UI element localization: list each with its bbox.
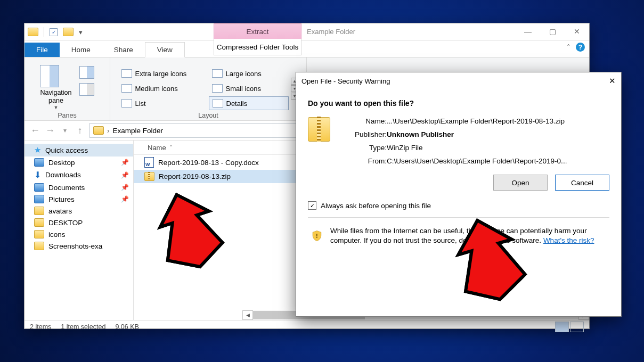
tab-home[interactable]: Home: [60, 43, 102, 57]
preview-pane-icon[interactable]: [79, 66, 94, 79]
folder-icon: [93, 126, 104, 135]
pin-icon: 📌: [121, 159, 129, 166]
always-ask-row[interactable]: ✓ Always ask before opening this file: [308, 199, 609, 218]
pin-icon: 📌: [121, 171, 129, 179]
nav-downloads[interactable]: ⬇Downloads📌: [25, 168, 133, 182]
ribbon-group-layout: Extra large icons Large icons Medium ico…: [110, 57, 307, 120]
layout-details[interactable]: Details: [209, 96, 289, 110]
pictures-icon: [34, 195, 44, 203]
close-button[interactable]: ✕: [565, 23, 589, 39]
value-name: ...\User\Desktop\Example Folder\Report-2…: [387, 117, 567, 125]
forward-button[interactable]: →: [45, 125, 55, 136]
properties-checkbox-icon[interactable]: ✓: [50, 28, 58, 36]
ribbon-group-panes: Navigation pane ▼ Panes: [25, 57, 110, 120]
back-button[interactable]: ←: [30, 125, 40, 136]
nav-desktop[interactable]: Desktop📌: [25, 157, 133, 168]
nav-desktop2[interactable]: DESKTOP: [25, 217, 133, 228]
desktop-icon: [34, 158, 44, 167]
view-mode-buttons: [555, 322, 584, 332]
pin-icon: 📌: [121, 184, 129, 191]
status-selection: 1 item selected: [61, 323, 105, 331]
window-controls: — ▢ ✕: [516, 23, 589, 39]
always-ask-label: Always ask before opening this file: [321, 202, 431, 210]
cancel-button[interactable]: Cancel: [555, 175, 609, 191]
zip-archive-icon: [144, 172, 154, 181]
nav-pictures[interactable]: Pictures📌: [25, 193, 133, 205]
status-bar: 2 items 1 item selected 9.06 KB: [25, 320, 589, 333]
close-icon[interactable]: ✕: [609, 76, 616, 86]
contextual-tab-group: Extract Compressed Folder Tools: [214, 23, 301, 55]
collapse-ribbon-icon[interactable]: ˄: [567, 43, 570, 51]
nav-quick-access[interactable]: ★Quick access: [25, 144, 133, 157]
folder-icon: [34, 242, 44, 250]
layout-options: Extra large icons Large icons Medium ico…: [118, 67, 289, 110]
navigation-pane-label: Navigation pane: [40, 89, 71, 105]
maximize-button[interactable]: ▢: [540, 23, 565, 39]
folder-icon: [34, 207, 44, 215]
layout-large-icons[interactable]: Large icons: [209, 67, 289, 80]
folder-icon: [34, 230, 44, 238]
nav-documents[interactable]: Documents📌: [25, 182, 133, 193]
history-dropdown-icon[interactable]: ▾: [60, 125, 70, 136]
dialog-title: Open File - Security Warning: [301, 77, 390, 85]
navigation-tree: ★Quick access Desktop📌 ⬇Downloads📌 Docum…: [25, 141, 134, 320]
value-type: WinZip File: [387, 144, 567, 152]
nav-screenshots[interactable]: Screenshots-exa: [25, 240, 133, 252]
minimize-button[interactable]: —: [516, 23, 540, 39]
up-button[interactable]: ↑: [75, 125, 85, 136]
breadcrumb-item[interactable]: Example Folder: [113, 127, 164, 135]
details-pane-icon[interactable]: [79, 83, 94, 96]
download-icon: ⬇: [34, 170, 41, 180]
folder-icon: [28, 28, 38, 36]
separator: [44, 27, 44, 37]
tab-share[interactable]: Share: [102, 43, 145, 57]
annotation-arrow-icon: [447, 216, 527, 306]
layout-list[interactable]: List: [118, 96, 208, 110]
status-item-count: 2 items: [30, 323, 51, 331]
sort-indicator-icon: ˄: [169, 144, 173, 152]
folder-icon: [63, 28, 74, 36]
tab-view[interactable]: View: [145, 42, 185, 57]
svg-marker-2: [447, 216, 527, 306]
help-icon[interactable]: ?: [576, 43, 585, 52]
column-name[interactable]: Name˄: [144, 144, 268, 152]
whats-the-risk-link[interactable]: What's the risk?: [543, 236, 594, 244]
svg-text:!: !: [316, 233, 318, 239]
scroll-left-icon[interactable]: ◀: [242, 310, 253, 320]
file-info: Name: ...\User\Desktop\Example Folder\Re…: [308, 117, 609, 165]
ribbon-tabs: File Home Share View: [25, 41, 589, 57]
value-from: C:\Users\User\Desktop\Example Folder\Rep…: [387, 157, 567, 165]
dialog-buttons: Open Cancel: [308, 175, 609, 191]
label-publisher: Publisher:: [340, 130, 387, 138]
dialog-titlebar: Open File - Security Warning ✕: [296, 72, 621, 89]
label-from: From:: [340, 157, 387, 165]
ribbon-group-label: Panes: [58, 110, 76, 119]
nav-avatars[interactable]: avatars: [25, 205, 133, 217]
zip-archive-icon: [308, 117, 330, 142]
documents-icon: [34, 183, 44, 192]
pin-icon: 📌: [121, 195, 129, 203]
navigation-pane-icon: [40, 65, 59, 87]
checkbox-icon[interactable]: ✓: [308, 201, 316, 210]
folder-icon: [34, 218, 44, 227]
tab-file[interactable]: File: [25, 43, 60, 57]
status-size: 9.06 KB: [115, 323, 138, 331]
nav-icons[interactable]: icons: [25, 228, 133, 240]
layout-extra-large-icons[interactable]: Extra large icons: [118, 67, 208, 80]
navigation-pane-button[interactable]: Navigation pane ▼: [40, 65, 71, 110]
qat-dropdown-icon[interactable]: ▾: [79, 28, 83, 36]
window-title: Example Folder: [307, 28, 355, 36]
shield-warning-icon: !: [312, 226, 322, 245]
star-icon: ★: [34, 145, 41, 155]
layout-medium-icons[interactable]: Medium icons: [118, 81, 208, 95]
file-name: Report-2019-08-13.zip: [159, 172, 231, 180]
word-document-icon: [144, 157, 154, 168]
contextual-tab[interactable]: Compressed Folder Tools: [214, 39, 301, 55]
details-view-button[interactable]: [555, 322, 569, 332]
svg-marker-0: [150, 189, 225, 274]
thumbnails-view-button[interactable]: [570, 322, 584, 332]
layout-small-icons[interactable]: Small icons: [209, 81, 289, 95]
label-name: Name:: [340, 117, 387, 125]
value-publisher: Unknown Publisher: [387, 130, 567, 138]
open-button[interactable]: Open: [493, 175, 548, 191]
